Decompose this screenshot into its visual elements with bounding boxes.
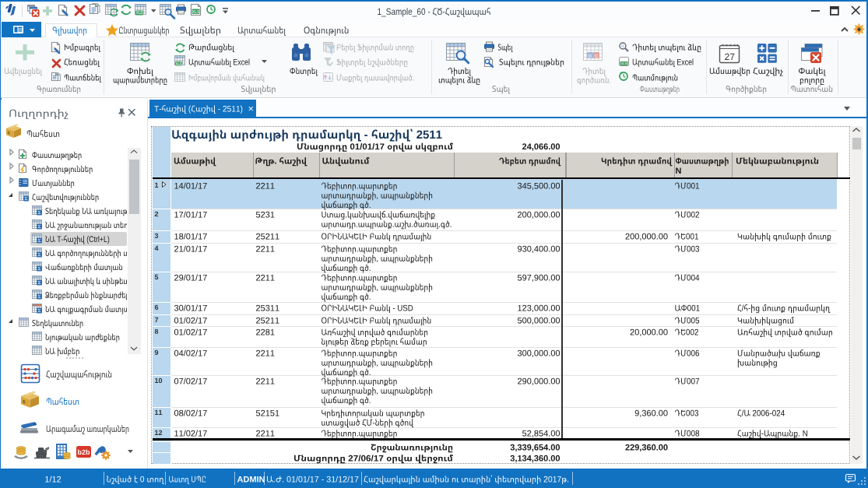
svg-text:Σ: Σ [38, 223, 41, 229]
svg-text:Σ: Σ [38, 293, 41, 299]
svg-text:Σ: Σ [38, 237, 41, 243]
svg-text:C: C [595, 54, 599, 58]
svg-text:D: D [589, 54, 592, 58]
svg-text:Σ: Σ [38, 251, 41, 257]
svg-text:XLS: XLS [620, 61, 627, 65]
svg-text:Σ: Σ [38, 279, 41, 285]
svg-text:XLS: XLS [192, 9, 200, 14]
svg-text:Σ: Σ [25, 195, 28, 201]
svg-text:XLS: XLS [135, 11, 142, 15]
svg-text:Σ: Σ [38, 307, 41, 313]
svg-text:Σ: Σ [38, 209, 41, 215]
svg-text:XLS: XLS [175, 62, 182, 66]
svg-text:Σ: Σ [38, 265, 41, 271]
